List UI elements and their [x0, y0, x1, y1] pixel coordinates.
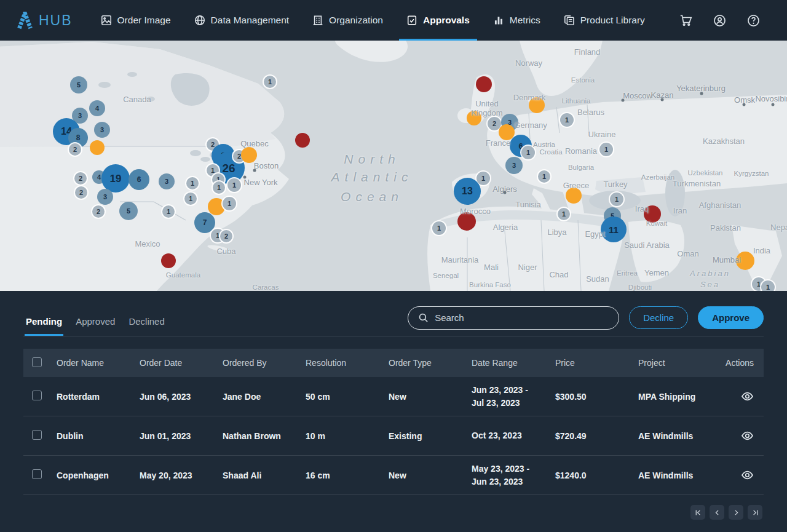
map-label-senegal: Senegal	[433, 272, 459, 279]
nav-item-metrics[interactable]: Metrics	[493, 0, 540, 41]
search-box[interactable]	[408, 306, 619, 330]
nav-item-product-library[interactable]: Product Library	[564, 0, 645, 41]
map-cluster-marker[interactable]: 3	[505, 157, 523, 174]
view-order-button[interactable]	[741, 429, 754, 442]
panel-divider	[23, 336, 764, 336]
row-checkbox[interactable]	[32, 469, 42, 479]
view-order-button[interactable]	[741, 469, 754, 482]
cell-resolution: 16 cm	[306, 470, 389, 480]
map-marker-orange[interactable]	[566, 188, 582, 204]
cell-date-range: May 23, 2023 -Jun 23, 2023	[472, 463, 555, 488]
logo-icon	[17, 12, 33, 30]
map-cluster-marker[interactable]: 1	[213, 181, 225, 194]
last-page-button[interactable]	[748, 505, 762, 520]
map-marker-orange[interactable]	[90, 140, 105, 155]
account-icon[interactable]	[713, 14, 726, 27]
cell-order-name: Rotterdam	[57, 392, 140, 402]
nav-item-order-image[interactable]: Order Image	[101, 0, 171, 41]
map-cluster-marker[interactable]: 1	[184, 193, 197, 205]
cell-actions	[721, 390, 764, 403]
map-cluster-marker[interactable]: 1	[521, 146, 535, 159]
prev-page-button[interactable]	[710, 505, 724, 520]
map-cluster-marker[interactable]: 5	[70, 76, 87, 93]
approve-button[interactable]: Approve	[698, 306, 764, 329]
next-page-button[interactable]	[729, 505, 743, 520]
map-cluster-marker[interactable]: 4	[89, 100, 105, 116]
map-label-mali: Mali	[484, 263, 499, 272]
map-cluster-marker[interactable]: 1	[432, 221, 446, 235]
map-label-burkina-faso: Burkina Faso	[469, 281, 511, 288]
map-label-boston: Boston	[254, 161, 279, 170]
tab-declined[interactable]: Declined	[127, 312, 165, 336]
map-cluster-marker[interactable]: 1	[186, 177, 199, 189]
tab-pending[interactable]: Pending	[25, 312, 63, 336]
orders-table: Order NameOrder DateOrdered ByResolution…	[23, 349, 764, 495]
city-dot	[243, 176, 247, 179]
map-marker-red[interactable]	[457, 212, 476, 231]
map-cluster-marker[interactable]: 2	[74, 172, 87, 185]
map-cluster-marker[interactable]: 11	[601, 216, 627, 242]
cell-project: AE Windmills	[638, 470, 721, 480]
first-page-button[interactable]	[690, 505, 705, 520]
table-header: Order NameOrder DateOrdered ByResolution…	[23, 349, 764, 377]
map-cluster-marker[interactable]: 6	[129, 169, 149, 190]
map-cluster-marker[interactable]: 1	[558, 208, 570, 220]
map-cluster-marker[interactable]: 5	[119, 202, 138, 220]
nav-item-label: Metrics	[510, 15, 540, 26]
map-marker-orange[interactable]	[529, 97, 545, 113]
map-cluster-marker[interactable]: 2	[69, 143, 81, 156]
map-view[interactable]: 5433148224196323251112226211111712123161…	[0, 41, 787, 291]
map-label-saudi-arabia: Saudi Arabia	[624, 240, 670, 250]
map-label-turkey: Turkey	[603, 180, 627, 189]
cell-ordered-by: Shaad Ali	[223, 470, 306, 480]
map-cluster-marker[interactable]: 1	[560, 113, 574, 127]
map-marker-red[interactable]	[295, 133, 310, 148]
map-cluster-marker[interactable]: 1	[599, 143, 613, 156]
map-cluster-marker[interactable]: 1	[538, 170, 550, 183]
select-all-checkbox[interactable]	[32, 357, 42, 367]
map-cluster-marker[interactable]: 1	[162, 205, 175, 218]
row-checkbox[interactable]	[32, 391, 42, 400]
map-marker-orange[interactable]	[467, 111, 481, 125]
approvals-icon	[406, 15, 417, 26]
map-marker-red[interactable]	[476, 76, 492, 92]
row-checkbox[interactable]	[32, 430, 42, 440]
decline-button[interactable]: Decline	[629, 306, 688, 329]
map-cluster-marker[interactable]: 2	[75, 186, 87, 199]
nav-item-organization[interactable]: Organization	[312, 0, 383, 41]
map-marker-orange[interactable]	[736, 252, 754, 270]
nav-item-label: Approvals	[423, 15, 470, 26]
map-cluster-marker[interactable]: 1	[477, 172, 490, 185]
date-range-line: Jun 23, 2023 -	[472, 384, 550, 396]
metrics-icon	[493, 15, 504, 26]
view-order-button[interactable]	[741, 390, 754, 403]
map-cluster-marker[interactable]: 1	[610, 193, 623, 206]
map-marker-red[interactable]	[161, 253, 176, 268]
map-cluster-marker[interactable]: 13	[454, 178, 481, 205]
nav-item-data-management[interactable]: Data Management	[194, 0, 290, 41]
logo[interactable]: HUB	[17, 12, 73, 30]
map-cluster-marker[interactable]: 3	[94, 122, 110, 138]
map-cluster-marker[interactable]: 1	[227, 178, 241, 192]
cell-order-date: Jun 01, 2023	[140, 431, 223, 441]
map-cluster-marker[interactable]: 2	[220, 230, 232, 242]
nav-item-approvals[interactable]: Approvals	[406, 0, 470, 41]
cell-actions	[721, 469, 764, 482]
map-marker-red[interactable]	[644, 205, 661, 223]
map-cluster-marker[interactable]: 7	[194, 212, 215, 233]
map-marker-orange[interactable]	[241, 147, 257, 163]
app-root: HUB Order ImageData ManagementOrganizati…	[0, 0, 787, 520]
map-cluster-marker[interactable]: 3	[159, 173, 175, 189]
map-cluster-marker[interactable]: 2	[92, 205, 105, 218]
tab-approved[interactable]: Approved	[74, 312, 116, 336]
cart-icon[interactable]	[679, 14, 692, 27]
help-icon[interactable]	[747, 14, 760, 27]
map-label-uzbekistan: Uzbekistan	[688, 169, 723, 177]
map-cluster-marker[interactable]: 3	[97, 189, 113, 205]
search-input[interactable]	[435, 312, 609, 323]
map-cluster-marker[interactable]: 1	[223, 197, 236, 210]
map-cluster-marker[interactable]: 1	[761, 280, 775, 291]
cell-project: MPA Shipping	[638, 392, 721, 402]
map-cluster-marker[interactable]: 1	[264, 76, 276, 88]
map-label-iran: Iran	[673, 206, 687, 215]
